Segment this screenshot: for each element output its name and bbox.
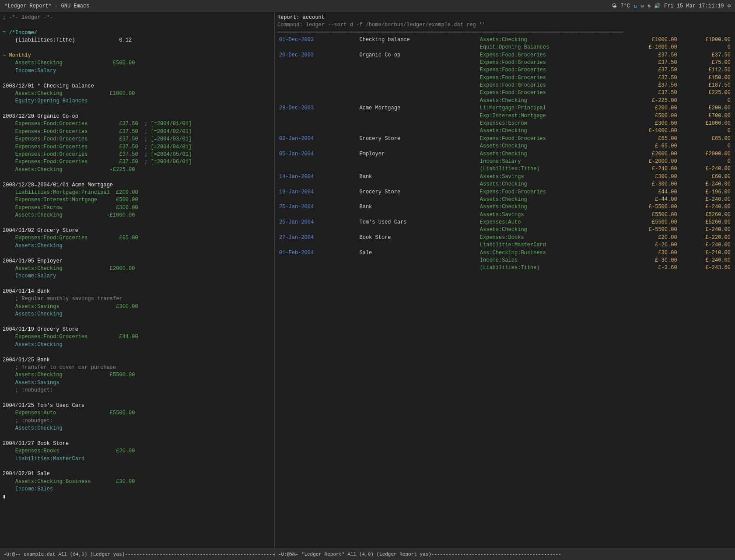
row-payee [358,44,478,51]
left-pane-line [3,250,272,257]
row-date [277,211,358,219]
row-account: (Liabilities:Tithe) [478,165,625,173]
row-date [277,257,358,264]
row-running: £-243.60 [679,264,732,272]
row-running: £-220.00 [679,234,732,242]
table-row: Expens:Food:Groceries£37.50£225.00 [277,89,732,97]
left-pane-line: ; :nobudget: [3,417,272,425]
table-row: Expens:Food:Groceries£37.50£187.50 [277,82,732,89]
table-row: Assets:Checking£-44.00£-240.00 [277,196,732,203]
row-date [277,59,358,66]
refresh-icon[interactable]: ↻ [634,2,637,10]
row-amount: £-300.00 [625,181,679,188]
left-pane-line [3,220,272,227]
left-pane-line [3,318,272,326]
row-account: Assets:Checking [478,181,625,188]
left-pane-line: Expenses:Books £20.00 [3,448,272,455]
left-pane-line: Expenses:Food:Groceries £37.50 ; [=2004/… [3,151,272,158]
left-pane-line [3,45,272,52]
left-pane-line [3,75,272,82]
row-running: £-240.00 [679,226,732,234]
row-running: £150.00 [679,74,732,82]
row-amount: £-30.00 [625,257,679,264]
table-row: Income:Salary£-2000.000 [277,158,732,165]
email-icon[interactable]: ✉ [640,3,644,9]
volume-icon[interactable]: 🔊 [654,3,661,9]
row-running: £-240.00 [679,257,732,264]
row-payee [358,89,478,97]
row-running: 0 [679,158,732,165]
table-row: Expens:Food:Groceries£37.50£112.50 [277,66,732,74]
row-date: 01-Dec-2003 [277,36,358,44]
row-payee [358,112,478,120]
row-payee: Sale [358,249,478,257]
table-row: 01-Dec-2003Checking balanceAssets:Checki… [277,36,732,44]
row-account: Assets:Checking [478,127,625,135]
row-date [277,97,358,105]
left-pane-line: Expenses:Food:Groceries £37.50 ; [=2004/… [3,128,272,136]
table-row: Expens:Food:Groceries£37.50£150.00 [277,74,732,82]
left-pane-line: ; Transfer to cover car purchase [3,364,272,371]
row-payee [358,120,478,127]
row-amount: £-2000.00 [625,158,679,165]
table-row: 02-Jan-2004Grocery StoreExpens:Food:Groc… [277,135,732,143]
row-amount: £-240.00 [625,165,679,173]
row-amount: £37.50 [625,82,679,89]
left-pane-line: ▮ [3,494,272,501]
row-payee [358,59,478,66]
row-date: 02-Jan-2004 [277,135,358,143]
row-account: Expenses:Books [478,234,625,242]
left-pane-line: 2004/01/27 Book Store [3,440,272,448]
left-pane-line: Income:Salary [3,67,272,75]
row-account: Assets:Checking [478,203,625,211]
left-pane-line: 2003/12/01 * Checking balance [3,83,272,90]
left-pane-line: Equity:Opening Balances [3,98,272,105]
row-running: 0 [679,143,732,150]
row-payee: Bank [358,203,478,211]
row-date: 14-Jan-2004 [277,173,358,181]
left-pane-line: Expenses:Food:Groceries £37.50 ; [=2004/… [3,144,272,151]
row-payee [358,82,478,89]
left-pane-line: Assets:Checking £1000.00 [3,90,272,98]
row-amount: £-3.60 [625,264,679,272]
row-date: 28-Dec-2003 [277,105,358,112]
left-pane-line: Expenses:Escrow £300.00 [3,204,272,212]
datetime: Fri 15 Mar 17:11:19 [664,3,724,9]
row-running: £700.00 [679,112,732,120]
left-pane-line: Assets:Checking -£1000.00 [3,212,272,219]
row-date [277,264,358,272]
row-running: £-196.00 [679,189,732,196]
status-right: -U:@%%- *Ledger Report* All (4,0) (Ledge… [275,552,735,557]
settings-icon[interactable]: ⚙ [728,3,731,9]
row-date [277,74,358,82]
left-pane-line [3,21,272,29]
row-payee [358,97,478,105]
left-pane[interactable]: ; -*- ledger -*- = /*Income/ (Liabilitie… [0,12,275,548]
table-row: (Liabilities:Tithe)£-3.60£-243.60 [277,264,732,272]
row-amount: £-1000.00 [625,127,679,135]
row-payee [358,226,478,234]
left-pane-line: Liabilities:Mortgage:Principal £200.00 [3,189,272,196]
row-payee: Checking balance [358,36,478,44]
row-running: £200.00 [679,105,732,112]
network-icon: ⇅ [648,3,651,9]
left-pane-line: Expenses:Auto £5500.00 [3,410,272,417]
row-amount: £-20.00 [625,242,679,249]
row-payee: Acme Mortgage [358,105,478,112]
left-pane-line: Expenses:Food:Groceries £44.00 [3,333,272,341]
row-amount: £37.50 [625,74,679,82]
row-running: £65.00 [679,135,732,143]
left-pane-line [3,174,272,181]
table-row: Assets:Checking£-300.00£-240.00 [277,181,732,188]
row-account: Exp:Interest:Mortgage [478,112,625,120]
left-pane-line: Assets:Checking [3,341,272,349]
row-running: £187.50 [679,82,732,89]
left-pane-line [3,280,272,288]
table-row: Assets:Checking£-225.000 [277,97,732,105]
row-amount: £-5500.00 [625,226,679,234]
left-pane-line: Income:Salary [3,273,272,280]
row-running: £-240.00 [679,203,732,211]
row-amount: £200.00 [625,105,679,112]
right-pane[interactable]: Report: account Command: ledger --sort d… [275,12,735,548]
row-payee: Tom's Used Cars [358,219,478,226]
